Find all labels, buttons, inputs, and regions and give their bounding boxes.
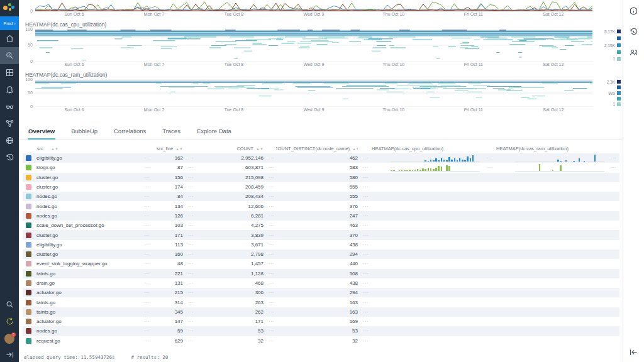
row-menu-ellipsis[interactable]: ⋯	[139, 338, 152, 344]
row-menu-ellipsis[interactable]: ⋯	[139, 290, 152, 295]
row-menu-ellipsis[interactable]: ⋯	[139, 251, 152, 257]
row-menu-ellipsis[interactable]: ⋯	[358, 155, 370, 161]
row-menu-ellipsis[interactable]: ⋯	[183, 290, 196, 295]
row-menu-ellipsis[interactable]: ⋯	[139, 280, 152, 286]
row-menu-ellipsis[interactable]: ⋯	[183, 222, 196, 228]
row-menu-ellipsis[interactable]: ⋯	[183, 319, 196, 324]
row-menu-ellipsis[interactable]: ⋯	[358, 204, 370, 209]
home-icon[interactable]	[0, 30, 19, 47]
activity-history-icon[interactable]	[0, 149, 19, 166]
row-menu-ellipsis[interactable]: ⋯	[183, 271, 196, 277]
table-row[interactable]: nodes.go⋯126⋯6,281⋯247⋯⋯⋯	[23, 211, 619, 221]
tab-traces[interactable]: Traces	[162, 123, 181, 140]
row-menu-ellipsis[interactable]: ⋯	[358, 184, 370, 190]
table-row[interactable]: cluster.go⋯171⋯3,839⋯370⋯⋯⋯	[23, 230, 619, 239]
row-menu-ellipsis[interactable]: ⋯	[358, 290, 370, 295]
row-menu-ellipsis[interactable]: ⋯	[358, 338, 370, 344]
search-icon[interactable]	[0, 296, 19, 313]
row-menu-ellipsis[interactable]: ⋯	[183, 155, 196, 161]
row-menu-ellipsis[interactable]: ⋯	[183, 242, 196, 248]
row-menu-ellipsis[interactable]: ⋯	[183, 194, 196, 199]
slos-icon[interactable]	[0, 98, 19, 115]
row-menu-ellipsis[interactable]: ⋯	[183, 251, 196, 257]
row-menu-ellipsis[interactable]: ⋯	[183, 213, 196, 219]
row-menu-ellipsis[interactable]: ⋯	[486, 155, 491, 161]
row-menu-ellipsis[interactable]: ⋯	[264, 261, 276, 266]
row-menu-ellipsis[interactable]: ⋯	[139, 155, 152, 161]
row-menu-ellipsis[interactable]: ⋯	[358, 309, 370, 315]
row-menu-ellipsis[interactable]: ⋯	[611, 165, 616, 170]
environment-selector[interactable]: Prod ›	[0, 16, 19, 30]
row-menu-ellipsis[interactable]: ⋯	[183, 261, 196, 266]
row-menu-ellipsis[interactable]: ⋯	[264, 165, 276, 170]
table-row[interactable]: scale_down_set_processor.go⋯103⋯4,275⋯46…	[23, 221, 619, 230]
table-row[interactable]: taints.go⋯314⋯263⋯163⋯⋯⋯	[23, 297, 619, 307]
top-chart-plot[interactable]	[35, 0, 592, 11]
row-menu-ellipsis[interactable]: ⋯	[139, 175, 152, 180]
table-row[interactable]: request.go⋯629⋯32⋯32⋯⋯⋯	[23, 336, 619, 346]
ram-heatmap-plot[interactable]	[35, 79, 592, 107]
table-row[interactable]: nodes.go⋯84⋯208,434⋯555⋯⋯⋯	[23, 192, 619, 201]
row-menu-ellipsis[interactable]: ⋯	[139, 194, 152, 199]
refresh-icon[interactable]	[0, 313, 19, 330]
table-row[interactable]: cluster.go⋯156⋯215,098⋯580⋯⋯⋯	[23, 173, 619, 182]
tab-explore-data[interactable]: Explore Data	[196, 123, 232, 140]
row-menu-ellipsis[interactable]: ⋯	[358, 300, 370, 305]
row-menu-ellipsis[interactable]: ⋯	[358, 194, 370, 199]
header-src[interactable]: src▲▼	[23, 146, 139, 151]
row-menu-ellipsis[interactable]: ⋯	[264, 319, 276, 324]
row-menu-ellipsis[interactable]: ⋯	[264, 309, 276, 315]
row-menu-ellipsis[interactable]: ⋯	[264, 271, 276, 277]
row-menu-ellipsis[interactable]: ⋯	[139, 242, 152, 248]
tab-bubbleup[interactable]: BubbleUp	[70, 123, 98, 140]
honeycomb-logo-icon[interactable]	[0, 0, 19, 16]
row-menu-ellipsis[interactable]: ⋯	[358, 233, 370, 238]
sort-icon[interactable]: ▲▼	[175, 147, 183, 151]
row-menu-ellipsis[interactable]: ⋯	[183, 204, 196, 209]
query-info-icon[interactable]	[629, 6, 638, 18]
row-menu-ellipsis[interactable]: ⋯	[139, 213, 152, 219]
row-menu-ellipsis[interactable]: ⋯	[264, 213, 276, 219]
row-menu-ellipsis[interactable]: ⋯	[139, 233, 152, 238]
row-menu-ellipsis[interactable]: ⋯	[139, 328, 152, 334]
row-menu-ellipsis[interactable]: ⋯	[264, 194, 276, 199]
header-heatmap-ram[interactable]: HEATMAP(dc.cas_ram_utilization)	[495, 146, 619, 151]
row-menu-ellipsis[interactable]: ⋯	[139, 319, 152, 324]
row-menu-ellipsis[interactable]: ⋯	[358, 242, 370, 248]
row-menu-ellipsis[interactable]: ⋯	[183, 300, 196, 305]
query-history-icon[interactable]	[629, 27, 638, 39]
row-menu-ellipsis[interactable]: ⋯	[264, 222, 276, 228]
row-menu-ellipsis[interactable]: ⋯	[139, 165, 152, 170]
collapse-rail-icon[interactable]	[629, 348, 638, 359]
row-menu-ellipsis[interactable]: ⋯	[183, 233, 196, 238]
table-row[interactable]: cluster.go⋯160⋯2,798⋯294⋯⋯⋯	[23, 250, 619, 259]
boards-icon[interactable]	[0, 64, 19, 81]
row-menu-ellipsis[interactable]: ⋯	[139, 309, 152, 315]
row-menu-ellipsis[interactable]: ⋯	[264, 290, 276, 295]
row-menu-ellipsis[interactable]: ⋯	[264, 233, 276, 238]
row-menu-ellipsis[interactable]: ⋯	[264, 155, 276, 161]
row-menu-ellipsis[interactable]: ⋯	[183, 338, 196, 344]
user-avatar[interactable]: 8	[0, 330, 19, 347]
sort-icon[interactable]: ▲▼	[51, 147, 58, 151]
row-menu-ellipsis[interactable]: ⋯	[264, 184, 276, 190]
query-icon[interactable]	[0, 47, 19, 64]
table-row[interactable]: klogx.go⋯87⋯603,871⋯583⋯⋯⋯	[23, 163, 619, 172]
table-row[interactable]: taints.go⋯345⋯262⋯163⋯⋯⋯	[23, 307, 619, 317]
row-menu-ellipsis[interactable]: ⋯	[358, 165, 370, 170]
row-menu-ellipsis[interactable]: ⋯	[358, 175, 370, 180]
row-menu-ellipsis[interactable]: ⋯	[183, 165, 196, 170]
row-menu-ellipsis[interactable]: ⋯	[358, 280, 370, 286]
row-menu-ellipsis[interactable]: ⋯	[264, 300, 276, 305]
cpu-heatmap-plot[interactable]	[35, 29, 592, 62]
row-menu-ellipsis[interactable]: ⋯	[358, 328, 370, 334]
row-menu-ellipsis[interactable]: ⋯	[139, 271, 152, 277]
row-menu-ellipsis[interactable]: ⋯	[358, 319, 370, 324]
row-menu-ellipsis[interactable]: ⋯	[139, 261, 152, 266]
sort-icon[interactable]: ▲▼	[352, 147, 358, 151]
row-menu-ellipsis[interactable]: ⋯	[358, 251, 370, 257]
row-menu-ellipsis[interactable]: ⋯	[183, 280, 196, 286]
row-menu-ellipsis[interactable]: ⋯	[358, 222, 370, 228]
row-menu-ellipsis[interactable]: ⋯	[358, 213, 370, 219]
row-menu-ellipsis[interactable]: ⋯	[264, 251, 276, 257]
